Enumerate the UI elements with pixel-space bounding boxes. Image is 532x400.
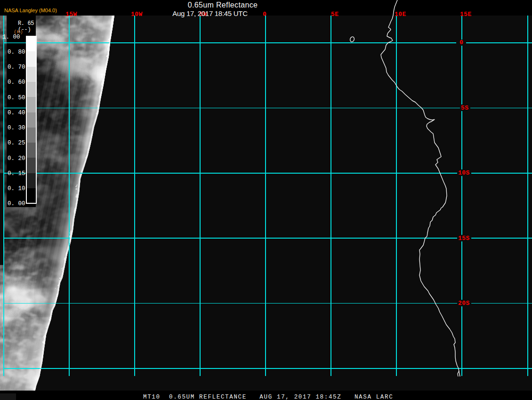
svg-text:15W: 15W bbox=[65, 11, 77, 18]
svg-text:Aug 17, 2017 18:45 UTC: Aug 17, 2017 18:45 UTC bbox=[172, 9, 248, 17]
svg-text:R. 65: R. 65 bbox=[18, 20, 34, 27]
svg-text:0. 40: 0. 40 bbox=[8, 110, 25, 116]
svg-text:0. 70: 0. 70 bbox=[8, 64, 25, 71]
svg-text:20S: 20S bbox=[458, 300, 470, 307]
svg-text:0: 0 bbox=[263, 11, 266, 18]
svg-text:0.65um Reflectance: 0.65um Reflectance bbox=[188, 1, 258, 9]
svg-text:0. 60: 0. 60 bbox=[8, 79, 25, 86]
svg-text:0. 30: 0. 30 bbox=[8, 125, 25, 131]
svg-text:5E: 5E bbox=[331, 11, 339, 18]
svg-text:10S: 10S bbox=[458, 169, 470, 176]
svg-text:10E: 10E bbox=[395, 11, 406, 18]
svg-text:15S: 15S bbox=[458, 235, 470, 242]
svg-text:0. 25: 0. 25 bbox=[8, 140, 25, 146]
svg-text:0: 0 bbox=[459, 39, 463, 46]
svg-text:0. 20: 0. 20 bbox=[8, 155, 25, 162]
svg-text:0. 50: 0. 50 bbox=[8, 95, 25, 101]
svg-text:0. 00: 0. 00 bbox=[8, 200, 25, 207]
svg-text:NASA Langley (M04.0): NASA Langley (M04.0) bbox=[4, 8, 57, 13]
svg-text:0. 15: 0. 15 bbox=[8, 170, 25, 177]
svg-text:5S: 5S bbox=[461, 104, 469, 112]
svg-text:10W: 10W bbox=[131, 11, 143, 18]
svg-text:0. 10: 0. 10 bbox=[8, 185, 25, 192]
svg-text:1. 00: 1. 00 bbox=[2, 34, 20, 40]
svg-text:15E: 15E bbox=[460, 11, 472, 18]
svg-text:MT10 0.65UM REFLECTANCE AUG: MT10 0.65UM REFLECTANCE AUG 17, 2017 18:… bbox=[143, 394, 393, 400]
svg-text:0. 80: 0. 80 bbox=[8, 49, 25, 56]
